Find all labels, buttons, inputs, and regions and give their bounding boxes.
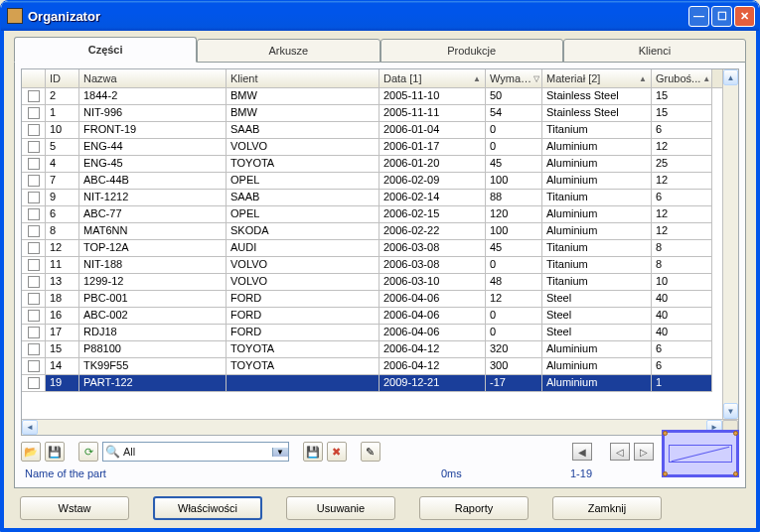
cell-wyma: 0 xyxy=(486,325,542,341)
tab-clients[interactable]: Klienci xyxy=(563,39,746,63)
save-button[interactable]: 💾 xyxy=(45,442,65,462)
data-grid[interactable]: ID Nazwa Klient Data [1]▲ Wyma…▽ Materia… xyxy=(21,68,739,436)
table-row[interactable]: 7ABC-44BOPEL2006-02-09100Aluminium12 xyxy=(22,173,722,190)
row-checkbox[interactable] xyxy=(22,173,46,190)
table-row[interactable]: 17RDJ18FORD2006-04-060Steel40 xyxy=(22,325,722,341)
maximize-button[interactable]: ☐ xyxy=(711,6,732,27)
tab-strip: Części Arkusze Produkcje Klienci xyxy=(14,37,746,63)
nav-first-button[interactable]: ◀ xyxy=(572,443,592,461)
table-row[interactable]: 16ABC-002FORD2006-04-060Steel40 xyxy=(22,308,722,325)
table-row[interactable]: 12TOP-12AAUDI2006-03-0845Titanium8 xyxy=(22,240,722,257)
row-checkbox[interactable] xyxy=(22,223,46,240)
cell-id: 6 xyxy=(46,206,79,223)
column-grubosc[interactable]: Gruboś...▲ xyxy=(652,69,712,87)
table-row[interactable]: 4ENG-45TOYOTA2006-01-2045Aluminium25 xyxy=(22,156,722,173)
row-checkbox[interactable] xyxy=(22,291,46,308)
row-checkbox[interactable] xyxy=(22,308,46,325)
column-material[interactable]: Materiał [2]▲ xyxy=(542,69,652,87)
cell-id: 2 xyxy=(46,88,79,105)
horizontal-scrollbar[interactable]: ◄ ► xyxy=(22,419,738,435)
cell-material: Aluminium xyxy=(542,139,652,156)
remove-button[interactable]: Usuwanie xyxy=(286,496,395,520)
filter-combo[interactable]: 🔍 All ▼ xyxy=(102,442,289,462)
delete-icon-button[interactable]: ✖ xyxy=(327,442,347,462)
tab-parts[interactable]: Części xyxy=(14,37,197,63)
nav-next-button[interactable]: ▷ xyxy=(634,443,654,461)
table-row[interactable]: 11NIT-188VOLVO2006-03-080Titanium8 xyxy=(22,257,722,274)
table-row[interactable]: 8MAT6NNSKODA2006-02-22100Aluminium12 xyxy=(22,223,722,240)
cell-klient: FORD xyxy=(227,325,380,341)
cell-nazwa: ABC-002 xyxy=(79,308,227,325)
column-checkbox[interactable] xyxy=(22,69,46,87)
row-checkbox[interactable] xyxy=(22,190,46,206)
row-checkbox[interactable] xyxy=(22,88,46,105)
column-nazwa[interactable]: Nazwa xyxy=(79,69,227,87)
floppy-icon: 💾 xyxy=(306,446,320,459)
row-checkbox[interactable] xyxy=(22,257,46,274)
refresh-button[interactable]: ⟳ xyxy=(78,442,98,462)
insert-button[interactable]: Wstaw xyxy=(20,496,129,520)
table-row[interactable]: 14TK99F55TOYOTA2006-04-12300Aluminium6 xyxy=(22,358,722,375)
table-row[interactable]: 10FRONT-19SAAB2006-01-040Titanium6 xyxy=(22,122,722,139)
table-row[interactable]: 19PART-1222009-12-21-17Aluminium1 xyxy=(22,375,722,392)
cell-wyma: 45 xyxy=(486,156,542,173)
cell-klient: BMW xyxy=(227,105,380,122)
row-checkbox[interactable] xyxy=(22,341,46,358)
cell-grubosc: 8 xyxy=(652,240,712,257)
row-checkbox[interactable] xyxy=(22,206,46,223)
save2-button[interactable]: 💾 xyxy=(303,442,323,462)
table-row[interactable]: 18PBC-001FORD2006-04-0612Steel40 xyxy=(22,291,722,308)
cell-grubosc: 6 xyxy=(652,122,712,139)
properties-button[interactable]: Właściwości xyxy=(153,496,262,520)
row-checkbox[interactable] xyxy=(22,240,46,257)
table-row[interactable]: 6ABC-77OPEL2006-02-15120Aluminium12 xyxy=(22,206,722,223)
edit-button[interactable]: ✎ xyxy=(361,442,380,462)
nav-prev-button[interactable]: ◁ xyxy=(610,443,630,461)
column-klient[interactable]: Klient xyxy=(227,69,380,87)
titlebar[interactable]: Organizator — ☐ ✕ xyxy=(1,1,759,31)
column-id[interactable]: ID xyxy=(46,69,79,87)
row-checkbox[interactable] xyxy=(22,358,46,375)
status-time: 0ms xyxy=(441,467,570,479)
row-checkbox[interactable] xyxy=(22,105,46,122)
close-button[interactable]: Zamknij xyxy=(552,496,662,520)
cell-grubosc: 1 xyxy=(652,375,712,392)
tab-sheets[interactable]: Arkusze xyxy=(197,39,380,63)
row-checkbox[interactable] xyxy=(22,122,46,139)
cell-grubosc: 15 xyxy=(652,105,712,122)
row-checkbox[interactable] xyxy=(22,274,46,291)
x-icon: ✖ xyxy=(332,446,341,459)
table-row[interactable]: 5ENG-44VOLVO2006-01-170Aluminium12 xyxy=(22,139,722,156)
table-row[interactable]: 131299-12VOLVO2006-03-1048Titanium10 xyxy=(22,274,722,291)
reports-button[interactable]: Raporty xyxy=(419,496,529,520)
column-data[interactable]: Data [1]▲ xyxy=(380,69,486,87)
cell-klient xyxy=(227,375,380,392)
scroll-up-button[interactable]: ▲ xyxy=(723,69,738,85)
dropdown-icon[interactable]: ▼ xyxy=(272,448,288,457)
sort-icon: ▲ xyxy=(702,74,710,83)
close-window-button[interactable]: ✕ xyxy=(734,6,755,27)
table-row[interactable]: 1NIT-996BMW2005-11-1154Stainless Steel15 xyxy=(22,105,722,122)
table-row[interactable]: 15P88100TOYOTA2006-04-12320Aluminium6 xyxy=(22,341,722,358)
row-checkbox[interactable] xyxy=(22,156,46,173)
cell-id: 19 xyxy=(46,375,79,392)
app-icon xyxy=(7,8,23,24)
grid-body[interactable]: 21844-2BMW2005-11-1050Stainless Steel151… xyxy=(22,88,722,419)
toolbar: 📂 💾 ⟳ 🔍 All ▼ 💾 ✖ ✎ xyxy=(21,442,654,462)
cell-data: 2006-01-17 xyxy=(380,139,486,156)
cell-id: 4 xyxy=(46,156,79,173)
row-checkbox[interactable] xyxy=(22,139,46,156)
minimize-button[interactable]: — xyxy=(688,6,709,27)
open-button[interactable]: 📂 xyxy=(21,442,41,462)
grid-header: ID Nazwa Klient Data [1]▲ Wyma…▽ Materia… xyxy=(22,69,722,88)
table-row[interactable]: 21844-2BMW2005-11-1050Stainless Steel15 xyxy=(22,88,722,105)
row-checkbox[interactable] xyxy=(22,325,46,341)
scroll-down-button[interactable]: ▼ xyxy=(723,403,738,419)
scroll-left-button[interactable]: ◄ xyxy=(22,420,38,435)
table-row[interactable]: 9NIT-1212SAAB2006-02-1488Titanium6 xyxy=(22,190,722,206)
tab-productions[interactable]: Produkcje xyxy=(380,39,563,63)
vertical-scrollbar[interactable]: ▲ ▼ xyxy=(722,69,738,419)
column-wyma[interactable]: Wyma…▽ xyxy=(486,69,542,87)
cell-data: 2006-03-08 xyxy=(380,257,486,274)
row-checkbox[interactable] xyxy=(22,375,46,392)
